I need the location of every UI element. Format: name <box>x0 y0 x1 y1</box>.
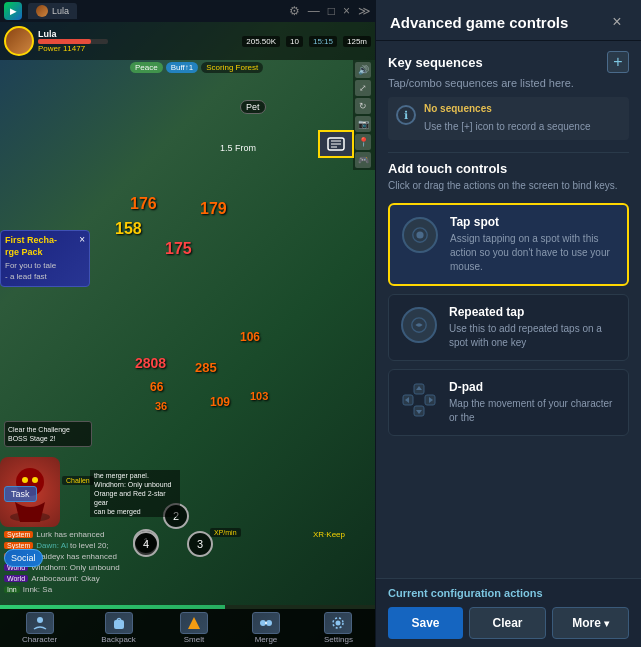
more-button[interactable]: More ▾ <box>552 607 629 639</box>
tap-spot-title: Tap spot <box>450 215 615 229</box>
merge-icon <box>252 612 280 634</box>
close-panel-button[interactable]: × <box>607 12 627 32</box>
more-chevron-icon: ▾ <box>604 618 609 629</box>
diamonds-stat: 10 <box>286 36 303 47</box>
save-button[interactable]: Save <box>388 607 463 639</box>
pet-label: Pet <box>240 100 266 114</box>
chat-text-2: to level 20; <box>70 541 109 550</box>
settings-icon[interactable]: ⚙ <box>289 4 300 18</box>
no-sequences-box: ℹ No sequences Use the [+] icon to recor… <box>388 97 629 140</box>
task-button[interactable]: Task <box>4 486 37 502</box>
system-tag-1: System <box>4 531 33 538</box>
chat-message-3: System Zaldeyx has enhanced <box>0 551 351 562</box>
maximize-icon[interactable]: □ <box>328 4 335 18</box>
menu-merge[interactable]: Merge <box>252 612 280 644</box>
panel-title: Advanced game controls <box>390 14 568 31</box>
dpad-info: D-pad Map the movement of your character… <box>449 380 616 425</box>
minimize-icon[interactable]: — <box>308 4 320 18</box>
location-icon[interactable]: 📍 <box>355 134 371 150</box>
section-divider-1 <box>388 152 629 153</box>
tap-spot-card[interactable]: Tap spot Assign tapping on a spot with t… <box>388 203 629 286</box>
boss-task[interactable]: Clear the Challenge BOSS Stage 2! <box>4 421 92 447</box>
touch-controls-desc: Click or drag the actions on the screen … <box>388 179 629 193</box>
info-icon: ℹ <box>396 105 416 125</box>
chat-message-4: World Windhorn: Only unbound <box>0 562 351 573</box>
status-badges: Peace Buff↑1 Scoring Forest <box>130 62 263 73</box>
gamepad-icon[interactable]: 🎮 <box>355 152 371 168</box>
resource-stat: 125m <box>343 36 371 47</box>
boss-task-text: Clear the Challenge BOSS Stage 2! <box>8 426 70 442</box>
close-window-icon[interactable]: × <box>343 4 350 18</box>
settings-menu-icon <box>324 612 352 634</box>
battle-num-2: 158 <box>115 220 142 238</box>
merge-label: Merge <box>255 635 278 644</box>
svg-point-6 <box>22 477 28 483</box>
panel-header: Advanced game controls × <box>376 0 641 41</box>
settings-label: Settings <box>324 635 353 644</box>
player-avatar <box>4 26 34 56</box>
add-sequence-button[interactable]: + <box>607 51 629 73</box>
social-button[interactable]: Social <box>4 549 43 567</box>
battle-num-4: 175 <box>165 240 192 258</box>
player-name: Lula <box>38 29 238 39</box>
more-label: More <box>572 616 601 630</box>
smelt-label: Smelt <box>184 635 204 644</box>
character-icon <box>26 612 54 634</box>
expand-icon[interactable]: ⤢ <box>355 80 371 96</box>
tab-avatar <box>36 5 48 17</box>
first-recharge-pack[interactable]: × First Recha-rge Pack For you to tale- … <box>0 230 90 287</box>
peace-badge: Peace <box>130 62 163 73</box>
repeated-tap-info: Repeated tap Use this to add repeated ta… <box>449 305 616 350</box>
no-sequences-label: No sequences <box>424 103 591 114</box>
dpad-card[interactable]: D-pad Map the movement of your character… <box>388 369 629 436</box>
svg-point-16 <box>416 231 423 238</box>
from-text: 1.5 From <box>220 143 256 153</box>
backpack-label: Backpack <box>101 635 136 644</box>
clear-button[interactable]: Clear <box>469 607 546 639</box>
battle-num-6: 2808 <box>135 355 166 371</box>
chat-message-6: Inn Innk: Sa <box>0 584 351 595</box>
chat-text-4: Windhorn: Only unbound <box>31 563 120 572</box>
camera-icon[interactable]: 📷 <box>355 116 371 132</box>
menu-backpack[interactable]: Backpack <box>101 612 136 644</box>
dpad-icon <box>401 382 437 418</box>
player-info: Lula Power 11477 <box>38 29 238 53</box>
volume-icon[interactable]: 🔊 <box>355 62 371 78</box>
menu-smelt[interactable]: Smelt <box>180 612 208 644</box>
tab-label: Lula <box>52 6 69 16</box>
battle-num-8: 285 <box>195 360 217 375</box>
location-badge: Scoring Forest <box>201 62 263 73</box>
top-stats: 205.50K 10 15:15 125m <box>242 36 371 47</box>
side-control-icons: 🔊 ⤢ ↻ 📷 📍 🎮 <box>353 60 375 170</box>
chat-name-2: Dawn: Al <box>36 541 68 550</box>
gold-stat: 205.50K <box>242 36 280 47</box>
chat-text-5: Arabocaount: Okay <box>31 574 99 583</box>
battle-num-7: 66 <box>150 380 163 394</box>
chat-message-1: System Lurk has enhanced <box>0 529 351 540</box>
buff-badge: Buff↑1 <box>166 62 199 73</box>
pack-title: First Recha-rge Pack <box>5 235 85 258</box>
menu-settings[interactable]: Settings <box>324 612 353 644</box>
svg-rect-9 <box>114 620 124 629</box>
close-pack-icon[interactable]: × <box>79 233 85 246</box>
menu-character[interactable]: Character <box>22 612 57 644</box>
chat-text-1: Lurk has enhanced <box>36 530 104 539</box>
key-sequences-title: Key sequences <box>388 55 483 70</box>
key-sequences-header: Key sequences + <box>388 51 629 73</box>
rotate-icon[interactable]: ↻ <box>355 98 371 114</box>
bluestacks-tab[interactable]: Lula <box>28 3 77 19</box>
repeated-tap-desc: Use this to add repeated taps on a spot … <box>449 322 616 350</box>
tap-spot-desc: Assign tapping on a spot with this actio… <box>450 232 615 274</box>
battle-num-10: 109 <box>210 395 230 409</box>
xp-bar <box>0 605 225 609</box>
svg-marker-10 <box>188 617 200 629</box>
highlighted-control-box[interactable] <box>318 130 354 158</box>
svg-point-7 <box>32 477 38 483</box>
repeated-tap-card[interactable]: Repeated tap Use this to add repeated ta… <box>388 294 629 361</box>
chat-message-5: World Arabocaount: Okay <box>0 573 351 584</box>
repeated-tap-icon <box>401 307 437 343</box>
collapse-icon[interactable]: ≫ <box>358 4 371 18</box>
battle-num-11: 103 <box>250 390 268 402</box>
panel-content: Key sequences + Tap/combo sequences are … <box>376 41 641 578</box>
tap-spot-info: Tap spot Assign tapping on a spot with t… <box>450 215 615 274</box>
